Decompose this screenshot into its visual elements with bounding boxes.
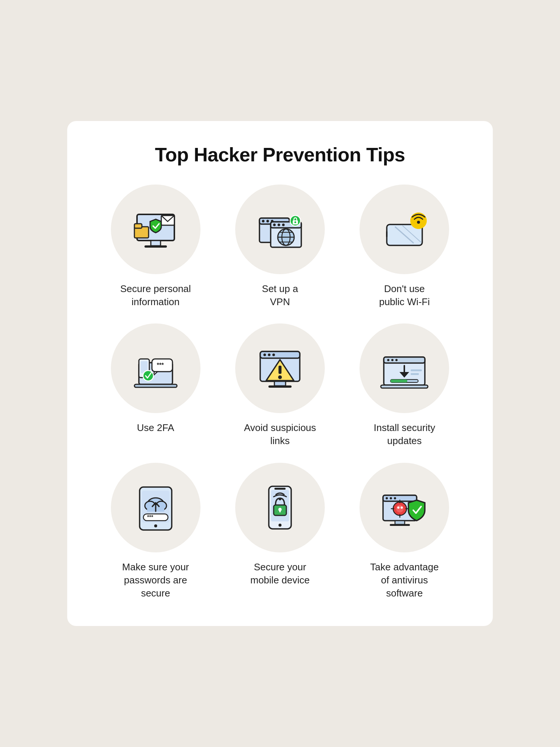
icon-circle-vpn — [235, 185, 325, 274]
svg-rect-41 — [260, 351, 300, 358]
svg-point-14 — [277, 224, 280, 226]
svg-point-44 — [272, 354, 275, 356]
svg-point-42 — [263, 354, 266, 356]
svg-rect-4 — [134, 224, 142, 228]
2fa-icon: *** — [128, 340, 184, 396]
svg-point-49 — [278, 375, 282, 379]
svg-point-55 — [395, 359, 398, 361]
svg-point-83 — [390, 497, 392, 499]
tip-label-wifi: Don't usepublic Wi-Fi — [379, 282, 430, 309]
passwords-icon: *** — [128, 480, 184, 536]
svg-point-82 — [386, 497, 388, 499]
icon-circle-passwords: *** — [111, 463, 200, 552]
svg-rect-46 — [268, 385, 292, 388]
svg-rect-86 — [390, 524, 410, 526]
svg-point-75 — [279, 524, 281, 527]
tip-label-updates: Install securityupdates — [374, 421, 435, 447]
icon-circle-updates — [360, 323, 449, 413]
svg-point-92 — [396, 505, 404, 512]
svg-point-13 — [273, 224, 276, 226]
svg-rect-32 — [134, 384, 177, 387]
icon-circle-2fa: *** — [111, 323, 200, 413]
svg-rect-85 — [395, 521, 405, 524]
icon-circle-suspicious — [235, 323, 325, 413]
svg-rect-60 — [411, 369, 422, 371]
tip-mobile: Secure yourmobile device — [221, 463, 338, 600]
svg-rect-51 — [381, 385, 428, 388]
svg-point-39 — [143, 371, 153, 381]
svg-rect-61 — [411, 373, 419, 375]
tip-label-2fa: Use 2FA — [137, 421, 174, 434]
suspicious-links-icon — [252, 340, 308, 396]
tip-label-secure-personal: Secure personalinformation — [120, 282, 191, 309]
icon-circle-wifi — [360, 185, 449, 274]
antivirus-icon — [376, 480, 432, 536]
tip-label-vpn: Set up aVPN — [262, 282, 298, 309]
tip-antivirus: Take advantageof antivirussoftware — [346, 463, 463, 600]
tip-vpn: Set up aVPN — [221, 185, 338, 309]
svg-point-9 — [266, 220, 269, 223]
tip-label-suspicious: Avoid suspiciouslinks — [244, 421, 316, 447]
security-updates-icon — [376, 340, 432, 396]
svg-rect-78 — [279, 509, 281, 512]
svg-point-43 — [268, 354, 270, 356]
svg-point-64 — [154, 524, 157, 527]
tip-secure-personal: Secure personalinformation — [97, 185, 214, 309]
icon-circle-mobile — [235, 463, 325, 552]
main-card: Top Hacker Prevention Tips — [67, 121, 493, 626]
svg-point-15 — [282, 224, 284, 226]
svg-rect-48 — [279, 366, 281, 374]
tip-passwords: *** Make sure yourpasswords aresecure — [97, 463, 214, 600]
tip-wifi: Don't usepublic Wi-Fi — [346, 185, 463, 309]
svg-point-84 — [394, 497, 396, 499]
svg-point-30 — [417, 221, 420, 224]
svg-rect-52 — [384, 357, 425, 363]
vpn-icon — [252, 201, 308, 257]
icon-circle-secure-personal — [111, 185, 200, 274]
svg-point-8 — [262, 220, 264, 223]
svg-point-79 — [279, 498, 281, 500]
page-title: Top Hacker Prevention Tips — [97, 143, 463, 166]
tip-updates: Install securityupdates — [346, 323, 463, 447]
tip-suspicious: Avoid suspiciouslinks — [221, 323, 338, 447]
svg-point-23 — [294, 221, 296, 223]
svg-point-53 — [387, 359, 389, 361]
svg-rect-27 — [386, 231, 388, 237]
svg-text:***: *** — [147, 514, 153, 520]
mobile-icon — [252, 480, 308, 536]
svg-rect-45 — [274, 381, 286, 386]
tip-label-mobile: Secure yourmobile device — [251, 561, 310, 587]
svg-point-54 — [391, 359, 393, 361]
svg-rect-59 — [391, 379, 407, 382]
tips-grid: Secure personalinformation — [97, 185, 463, 600]
icon-circle-antivirus — [360, 463, 449, 552]
secure-personal-icon — [128, 201, 184, 257]
svg-text:***: *** — [157, 362, 164, 368]
svg-point-93 — [397, 506, 399, 509]
svg-point-94 — [401, 506, 403, 509]
svg-rect-2 — [144, 245, 167, 248]
tip-2fa: *** Use 2FA — [97, 323, 214, 447]
tip-label-passwords: Make sure yourpasswords aresecure — [122, 561, 189, 600]
tip-label-antivirus: Take advantageof antivirussoftware — [370, 561, 439, 600]
wifi-icon — [376, 201, 432, 257]
svg-rect-74 — [274, 488, 286, 490]
svg-rect-1 — [151, 241, 161, 246]
